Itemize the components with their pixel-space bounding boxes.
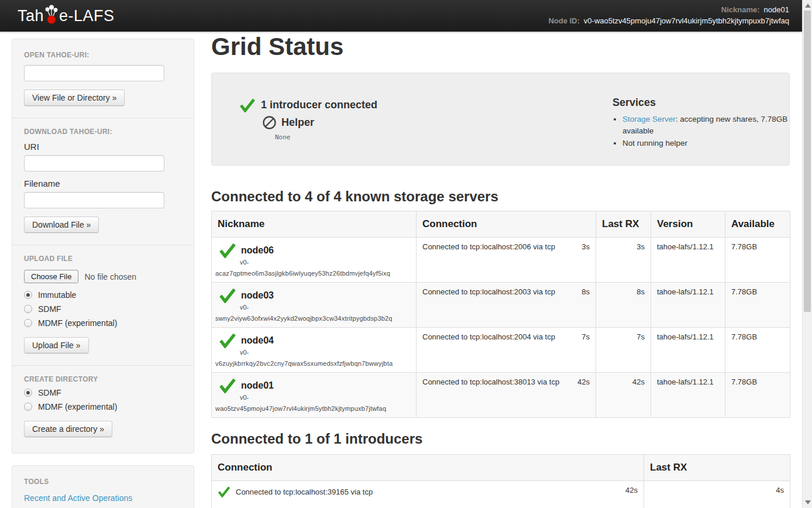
- server-id-hash: wao5tzv45pmoju47jow7rvl4ukirjm5ytbh2kjty…: [215, 405, 410, 412]
- col-nickname: Nickname: [212, 211, 417, 238]
- available-cell: 7.78GB: [725, 283, 790, 328]
- radio-dot-icon: [24, 291, 32, 299]
- download-uri-input[interactable]: [24, 155, 164, 171]
- radio-upload-sdmf[interactable]: SDMF: [24, 304, 182, 314]
- connection-cell: Connected to tcp:localhost:2006 via tcp3…: [417, 238, 596, 283]
- col-connection: Connection: [212, 455, 644, 481]
- radio-dot-icon: [24, 319, 32, 327]
- no-helper-text: Not running helper: [622, 139, 687, 147]
- storage-table-header-row: Nickname Connection Last RX Version Avai…: [212, 211, 790, 238]
- logo-text-left: Tah: [18, 7, 44, 25]
- storage-row-node04: node04 v0- v6zuyjkbrrkqy2bvc2cny7qwax5sx…: [212, 328, 790, 373]
- filename-label: Filename: [24, 179, 182, 188]
- connection-time: 8s: [582, 287, 590, 296]
- connection-text: Connected to tcp:localhost:2006 via tcp: [422, 242, 555, 251]
- download-filename-input[interactable]: [24, 192, 164, 208]
- green-check-icon: [219, 332, 236, 348]
- col-available: Available: [725, 211, 790, 238]
- sidebar-tools-panel: TOOLS Recent and Active Operations: [12, 465, 194, 508]
- introducer-row: Connected to tcp:localhost:39165 via tcp…: [212, 481, 790, 508]
- scrollbar-thumb[interactable]: [804, 11, 811, 312]
- connection-time: 42s: [625, 486, 638, 495]
- open-uri-input[interactable]: [24, 65, 164, 81]
- radio-dir-sdmf[interactable]: SDMF: [24, 388, 182, 397]
- file-picker: Choose File No file chosen: [24, 270, 182, 283]
- green-check-icon: [219, 377, 236, 393]
- nickname-cell: node04 v0- v6zuyjkbrrkqy2bvc2cny7qwax5sx…: [212, 328, 417, 373]
- sidebar-forms-panel: OPEN TAHOE-URI: View File or Directory »…: [12, 39, 194, 454]
- last-rx-cell: 4s: [644, 481, 790, 508]
- create-directory-button[interactable]: Create a directory »: [24, 421, 112, 437]
- radio-dir-mdmf-label: MDMF (experimental): [38, 402, 117, 411]
- green-check-icon: [218, 486, 230, 497]
- col-version: Version: [651, 211, 725, 238]
- radio-immutable[interactable]: Immutable: [24, 290, 182, 300]
- upload-section: UPLOAD FILE Choose File No file chosen I…: [12, 245, 194, 365]
- open-uri-heading: OPEN TAHOE-URI:: [24, 51, 182, 59]
- radio-dot-icon: [24, 389, 32, 397]
- nickname-value: node01: [764, 4, 789, 15]
- helper-value: None: [275, 133, 291, 141]
- col-last-rx: Last RX: [596, 211, 651, 238]
- radio-dir-sdmf-label: SDMF: [38, 388, 61, 397]
- connection-cell: Connected to tcp:localhost:38013 via tcp…: [417, 373, 596, 418]
- server-nickname: node03: [241, 290, 274, 301]
- vertical-scrollbar[interactable]: [802, 0, 812, 508]
- introducers-heading: Connected to 1 of 1 introducers: [211, 431, 422, 447]
- last-rx-cell: 42s: [596, 373, 651, 418]
- storage-server-link[interactable]: Storage Server: [622, 115, 676, 123]
- radio-dir-mdmf[interactable]: MDMF (experimental): [24, 402, 182, 411]
- tools-section: TOOLS Recent and Active Operations: [12, 466, 194, 508]
- status-well: 1 introducer connected Helper None Servi…: [211, 73, 790, 166]
- scroll-up-icon[interactable]: [805, 4, 811, 8]
- connection-cell: Connected to tcp:localhost:2004 via tcp7…: [417, 328, 596, 373]
- server-nickname: node04: [241, 335, 274, 346]
- nickname-row: Nickname: node01: [548, 4, 789, 15]
- view-file-button[interactable]: View File or Directory »: [24, 90, 125, 106]
- radio-upload-mdmf[interactable]: MDMF (experimental): [24, 318, 182, 328]
- app-logo[interactable]: Tah e-LAFS: [18, 5, 115, 25]
- connection-time: 3s: [582, 242, 590, 251]
- helper-status: Helper: [262, 115, 314, 130]
- node-id-row: Node ID: v0-wao5tzv45pmoju47jow7rvl4ukir…: [548, 15, 789, 26]
- server-id-hash: acaz7qptmeo6m3asjlgkb6iwlyuqey53hz26tbdm…: [215, 270, 410, 277]
- no-file-chosen-text: No file chosen: [84, 272, 136, 282]
- radio-upload-sdmf-label: SDMF: [38, 304, 61, 314]
- version-cell: tahoe-lafs/1.12.1: [651, 238, 725, 283]
- radio-dot-icon: [24, 305, 32, 313]
- upload-heading: UPLOAD FILE: [24, 255, 182, 263]
- server-id-hash: swny2viyw63ofxwi4x2yykd2woqjbpx3cw34xtri…: [215, 315, 410, 322]
- download-heading: DOWNLOAD TAHOE-URI:: [24, 128, 182, 136]
- last-rx-cell: 8s: [596, 283, 651, 328]
- circle-slash-icon: [262, 115, 277, 130]
- download-section: DOWNLOAD TAHOE-URI: URI Filename Downloa…: [12, 118, 194, 245]
- storage-servers-table: Nickname Connection Last RX Version Avai…: [211, 211, 790, 418]
- nickname-label: Nickname:: [721, 4, 760, 15]
- available-cell: 7.78GB: [725, 238, 790, 283]
- green-check-icon: [219, 287, 236, 303]
- create-directory-section: CREATE DIRECTORY SDMF MDMF (experimental…: [12, 366, 194, 449]
- connection-time: 7s: [582, 332, 590, 341]
- col-connection: Connection: [417, 211, 596, 238]
- green-check-icon: [239, 98, 256, 112]
- page: Tah e-LAFS Nickname: node01 Node ID: v0-…: [0, 0, 812, 508]
- storage-row-node06: node06 v0- acaz7qptmeo6m3asjlgkb6iwlyuqe…: [212, 238, 790, 283]
- upload-file-button[interactable]: Upload File »: [24, 337, 89, 353]
- server-id-prefix: v0-: [240, 304, 410, 311]
- logo-text-right: e-LAFS: [59, 7, 115, 25]
- recent-operations-link[interactable]: Recent and Active Operations: [24, 493, 132, 503]
- radio-immutable-label: Immutable: [38, 290, 76, 300]
- available-cell: 7.78GB: [725, 373, 790, 418]
- download-file-button[interactable]: Download File »: [24, 217, 99, 233]
- available-cell: 7.78GB: [725, 328, 790, 373]
- server-id-prefix: v0-: [240, 259, 410, 266]
- version-cell: tahoe-lafs/1.12.1: [651, 283, 725, 328]
- uri-label: URI: [24, 142, 182, 152]
- choose-file-button[interactable]: Choose File: [24, 270, 78, 283]
- radio-dot-icon: [24, 403, 32, 411]
- scroll-down-icon[interactable]: [805, 500, 811, 504]
- server-nickname: node06: [241, 245, 274, 256]
- connection-text: Connected to tcp:localhost:2003 via tcp: [422, 287, 555, 296]
- introducer-status: 1 introducer connected: [239, 98, 377, 112]
- services-list: Storage Server: accepting new shares, 7.…: [613, 114, 791, 149]
